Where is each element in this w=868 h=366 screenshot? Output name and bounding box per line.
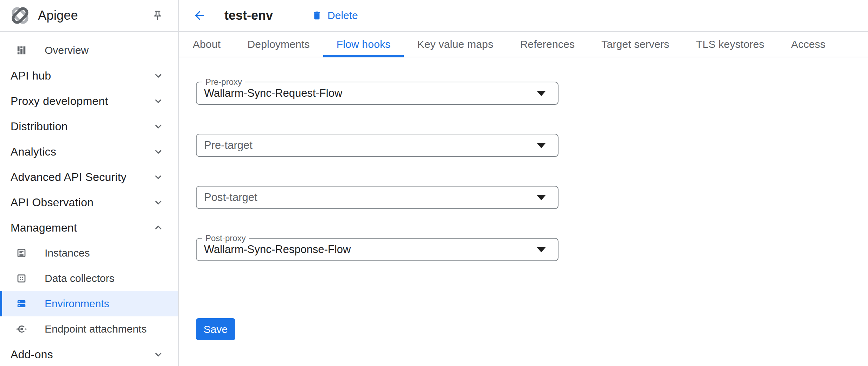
post-target-placeholder: Post-target (204, 187, 257, 208)
post-proxy-value: Wallarm-Sync-Response-Flow (204, 239, 351, 260)
back-button[interactable] (193, 9, 206, 22)
pre-target-placeholder: Pre-target (204, 134, 253, 156)
sidebar-item-overview[interactable]: Overview (0, 38, 178, 63)
arrow-back-icon (193, 9, 206, 22)
chevron-down-icon (153, 71, 163, 81)
apigee-console-page: Apigee Overview API hub (0, 0, 868, 366)
sidebar: Apigee Overview API hub (0, 0, 179, 366)
endpoint-attachments-icon (16, 324, 27, 334)
sidebar-item-endpoint-attachments[interactable]: Endpoint attachments (0, 316, 178, 342)
dropdown-arrow-icon (537, 91, 546, 96)
sidebar-item-label: Environments (45, 298, 109, 310)
sidebar-item-label: Proxy development (11, 95, 108, 108)
pre-target-select[interactable]: Pre-target (196, 134, 559, 157)
sidebar-item-label: API hub (11, 69, 51, 82)
overview-icon (16, 45, 27, 56)
delete-button[interactable]: Delete (312, 10, 358, 21)
sidebar-item-instances[interactable]: Instances (0, 240, 178, 266)
app-name: Apigee (38, 8, 78, 23)
tab-key-value-maps[interactable]: Key value maps (404, 32, 506, 57)
chevron-down-icon (153, 96, 163, 106)
pushpin-icon (152, 10, 163, 21)
sidebar-item-advanced-api-security[interactable]: Advanced API Security (0, 164, 178, 190)
dropdown-arrow-icon (537, 247, 546, 252)
chevron-up-icon (153, 223, 163, 233)
sidebar-item-add-ons[interactable]: Add-ons (0, 342, 178, 366)
sidebar-nav: Overview API hub Proxy development Distr… (0, 32, 178, 366)
pin-sidebar-button[interactable] (152, 10, 163, 21)
tab-about[interactable]: About (179, 32, 234, 57)
tab-deployments[interactable]: Deployments (234, 32, 323, 57)
pre-proxy-select[interactable]: Pre-proxy Wallarm-Sync-Request-Flow (196, 82, 559, 105)
instances-icon (16, 248, 27, 258)
chevron-down-icon (153, 197, 163, 207)
post-proxy-select[interactable]: Post-proxy Wallarm-Sync-Response-Flow (196, 238, 559, 261)
dropdown-arrow-icon (537, 143, 546, 148)
sidebar-item-label: Instances (45, 247, 90, 259)
tab-tls-keystores[interactable]: TLS keystores (683, 32, 778, 57)
post-target-select[interactable]: Post-target (196, 186, 559, 209)
sidebar-item-api-hub[interactable]: API hub (0, 63, 178, 88)
tab-target-servers[interactable]: Target servers (588, 32, 683, 57)
sidebar-item-environments[interactable]: Environments (0, 291, 178, 316)
chevron-down-icon (153, 121, 163, 131)
main-area: test-env Delete About Deployments Flow h… (179, 0, 868, 366)
save-button[interactable]: Save (196, 318, 235, 340)
sidebar-item-label: Endpoint attachments (45, 323, 147, 335)
tab-access[interactable]: Access (778, 32, 839, 57)
sidebar-item-label: Distribution (11, 120, 68, 133)
sidebar-item-data-collectors[interactable]: Data collectors (0, 266, 178, 291)
chevron-down-icon (153, 172, 163, 182)
environment-tabs: About Deployments Flow hooks Key value m… (179, 32, 868, 57)
sidebar-item-label: Overview (45, 44, 89, 56)
chevron-down-icon (153, 147, 163, 157)
environment-header: test-env Delete (179, 0, 868, 32)
sidebar-item-management[interactable]: Management (0, 215, 178, 240)
sidebar-item-label: Analytics (11, 145, 56, 158)
environments-icon (16, 298, 27, 309)
chevron-down-icon (153, 349, 163, 359)
sidebar-item-label: Data collectors (45, 272, 114, 284)
sidebar-header: Apigee (0, 0, 178, 32)
pre-proxy-value: Wallarm-Sync-Request-Flow (204, 82, 342, 104)
sidebar-item-analytics[interactable]: Analytics (0, 139, 178, 164)
trash-icon (312, 10, 322, 21)
tab-references[interactable]: References (507, 32, 588, 57)
apigee-logo-icon (10, 5, 30, 26)
sidebar-item-distribution[interactable]: Distribution (0, 114, 178, 139)
delete-button-label: Delete (327, 10, 358, 21)
sidebar-item-proxy-development[interactable]: Proxy development (0, 88, 178, 114)
data-collectors-icon (16, 273, 27, 284)
tab-flow-hooks[interactable]: Flow hooks (323, 32, 404, 57)
page-title: test-env (224, 8, 273, 23)
sidebar-item-label: Add-ons (11, 348, 53, 361)
flow-hooks-form: Pre-proxy Wallarm-Sync-Request-Flow Pre-… (179, 57, 868, 340)
sidebar-item-label: API Observation (11, 196, 94, 209)
sidebar-item-label: Advanced API Security (11, 171, 127, 184)
sidebar-item-api-observation[interactable]: API Observation (0, 190, 178, 215)
sidebar-item-label: Management (11, 221, 77, 234)
dropdown-arrow-icon (537, 195, 546, 200)
